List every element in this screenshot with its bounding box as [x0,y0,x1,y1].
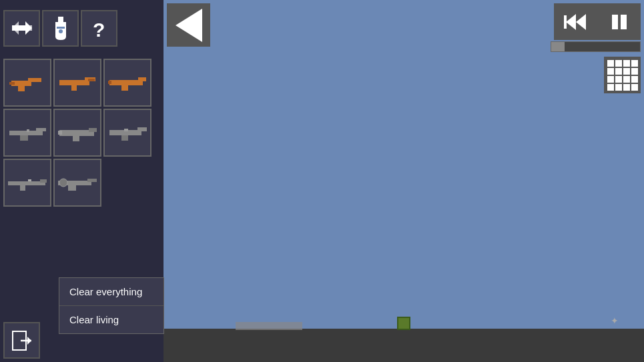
svg-rect-13 [88,79,95,81]
pistol-icon [8,73,47,93]
svg-rect-35 [87,179,97,182]
svg-rect-44 [612,15,618,29]
game-area: ✦ [164,0,644,362]
pause-button[interactable] [597,3,641,40]
svg-rect-19 [36,128,46,131]
bottle-button[interactable] [42,10,79,47]
svg-rect-12 [71,85,77,91]
pause-icon [609,12,629,32]
svg-marker-41 [566,14,576,30]
svg-rect-31 [40,179,47,183]
svg-rect-9 [9,82,15,85]
toolbar: ? [0,0,164,57]
svg-rect-45 [621,15,627,29]
grid-icon [607,60,638,91]
svg-marker-1 [12,21,32,35]
weapon-grid [3,59,151,207]
context-menu: Clear everything Clear living [59,277,164,334]
swap-icon [12,20,32,37]
grid-toggle-button[interactable] [604,57,641,93]
svg-point-4 [59,29,63,33]
lmg-icon [58,173,97,193]
ground [164,329,644,362]
weapon-slot-1[interactable] [53,59,101,107]
bottle-icon [51,17,70,40]
svg-rect-8 [18,86,25,91]
svg-rect-18 [9,131,43,135]
svg-rect-24 [73,136,79,141]
sidebar: ? [0,0,164,362]
svg-rect-3 [57,27,65,29]
exit-icon [11,330,33,351]
svg-point-37 [59,179,67,187]
svg-rect-28 [121,135,128,141]
svg-rect-15 [138,77,146,81]
progress-bar[interactable] [551,41,641,52]
question-icon: ? [89,17,109,40]
back-icon [176,9,202,42]
weapon-slot-4[interactable] [53,109,101,157]
character-sprite [236,322,302,330]
svg-rect-36 [68,185,76,191]
smg-icon [58,73,97,93]
svg-rect-17 [108,81,111,84]
svg-marker-40 [27,337,31,345]
playback-controls [554,3,641,40]
help-button[interactable]: ? [81,10,117,47]
svg-rect-23 [89,128,97,132]
svg-rect-2 [58,17,63,22]
weapon-slot-0[interactable] [3,59,51,107]
svg-rect-16 [121,85,128,91]
sniper-icon [8,173,47,193]
svg-rect-30 [8,181,45,185]
swap-button[interactable] [3,10,40,47]
weapon-slot-3[interactable] [3,109,51,157]
svg-rect-21 [27,129,29,132]
svg-rect-20 [20,135,28,141]
weapon-slot-7[interactable] [53,159,101,207]
rewind-icon [564,12,587,32]
green-object [397,317,410,330]
svg-rect-25 [58,131,62,135]
weapon-slot-2[interactable] [103,59,151,107]
back-button[interactable] [167,3,210,47]
svg-rect-14 [109,80,143,85]
rifle-icon [108,73,147,93]
svg-rect-43 [564,15,567,29]
svg-rect-7 [28,78,41,82]
rifle2-icon [8,123,47,143]
svg-rect-33 [28,179,31,181]
rewind-button[interactable] [554,3,597,40]
svg-rect-27 [137,127,147,131]
progress-fill [551,42,565,51]
svg-marker-42 [576,14,586,30]
svg-rect-32 [20,185,25,191]
weapon-slot-5[interactable] [103,109,151,157]
weapon-slot-6[interactable] [3,159,51,207]
small-figure: ✦ [611,315,621,329]
svg-rect-29 [124,129,128,131]
svg-text:?: ? [93,19,105,40]
shotgun-icon [58,123,97,143]
clear-everything-button[interactable]: Clear everything [59,278,164,306]
assault-icon [108,123,147,143]
exit-button[interactable] [3,322,40,359]
clear-living-button[interactable]: Clear living [59,306,164,333]
